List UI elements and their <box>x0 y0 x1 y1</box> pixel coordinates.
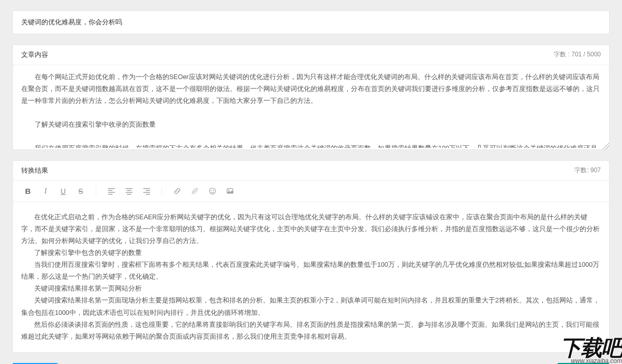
svg-rect-6 <box>125 192 132 192</box>
italic-button[interactable]: I <box>37 184 54 199</box>
svg-rect-3 <box>108 194 112 194</box>
content-header: 文章内容 字数 : 701 / 5000 <box>13 45 609 65</box>
textarea-container <box>13 65 609 149</box>
title-input[interactable] <box>21 19 601 26</box>
svg-point-15 <box>213 190 214 191</box>
editor-toolbar: B I U S <box>13 181 609 202</box>
content-panel: 文章内容 字数 : 701 / 5000 <box>12 44 610 150</box>
result-header: 转换结果 字数: 907 <box>13 161 609 181</box>
svg-rect-10 <box>143 192 150 192</box>
link-button[interactable] <box>168 184 186 199</box>
toolbar-separator <box>161 187 162 196</box>
align-center-button[interactable] <box>120 184 138 199</box>
svg-point-17 <box>228 190 229 191</box>
content-char-count: 字数 : 701 / 5000 <box>554 50 601 59</box>
svg-rect-2 <box>108 192 114 192</box>
svg-point-13 <box>209 188 215 194</box>
content-label: 文章内容 <box>21 50 48 59</box>
align-left-button[interactable] <box>102 184 120 199</box>
image-button[interactable] <box>221 184 239 199</box>
svg-rect-0 <box>108 188 114 189</box>
result-paragraph: 在优化正式启动之前，作为合格的SEAER应分析网站关键字的优化，因为只有这可以合… <box>21 211 601 247</box>
content-textarea[interactable] <box>13 65 609 148</box>
svg-rect-8 <box>143 188 150 189</box>
svg-rect-11 <box>145 194 150 194</box>
bold-button[interactable]: B <box>19 184 37 199</box>
toolbar-separator <box>96 187 96 196</box>
result-char-count: 字数: 907 <box>574 166 601 175</box>
result-paragraph: 关键词搜索结果排名第一页网站分析 <box>21 283 601 295</box>
result-paragraph: 当我们使用百度搜索引擎时，搜索框下面将有多个相关结果，代表百度搜索此关键字编号。… <box>21 259 601 283</box>
result-paragraph: 然后你必须谈谈排名页面的性质，这也很重要，它的结果将直接影响我们的关键字布局。排… <box>21 319 601 343</box>
strikethrough-button[interactable]: S <box>72 184 90 199</box>
result-label: 转换结果 <box>21 166 48 175</box>
svg-point-14 <box>211 190 212 191</box>
svg-rect-1 <box>108 190 112 191</box>
svg-rect-9 <box>145 190 150 191</box>
svg-rect-4 <box>125 188 132 189</box>
result-paragraph: 关键词搜索结果排名第一页面现场分析主要是指网站权重，包含和排名的分析。如果主页的… <box>21 295 601 318</box>
result-paragraph: 了解搜索引擎中包含的关键字的数量 <box>21 247 601 259</box>
emoji-button[interactable] <box>203 184 221 199</box>
result-content[interactable]: 在优化正式启动之前，作为合格的SEAER应分析网站关键字的优化，因为只有这可以合… <box>13 202 609 352</box>
align-right-button[interactable] <box>138 184 155 199</box>
title-panel <box>12 10 610 34</box>
svg-rect-5 <box>127 190 131 191</box>
underline-button[interactable]: U <box>54 184 72 199</box>
result-panel: 转换结果 字数: 907 B I U S 在优化正式启动之前，作为合格 <box>12 160 610 353</box>
unlink-button[interactable] <box>186 184 203 199</box>
svg-rect-7 <box>127 194 131 194</box>
